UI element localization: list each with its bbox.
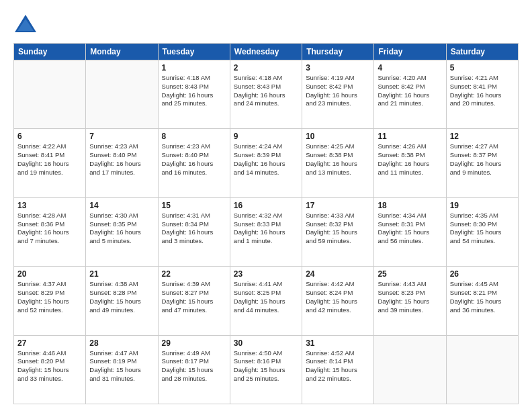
day-number: 5	[450, 63, 515, 73]
calendar-cell: 7Sunrise: 4:23 AM Sunset: 8:40 PM Daylig…	[86, 129, 158, 197]
day-number: 26	[450, 269, 515, 279]
day-number: 14	[89, 201, 154, 210]
calendar-cell: 10Sunrise: 4:25 AM Sunset: 8:38 PM Dayli…	[302, 129, 374, 197]
day-number: 4	[378, 63, 442, 73]
day-info: Sunrise: 4:24 AM Sunset: 8:39 PM Dayligh…	[234, 142, 298, 177]
calendar-cell: 17Sunrise: 4:33 AM Sunset: 8:32 PM Dayli…	[302, 197, 374, 266]
calendar-cell: 14Sunrise: 4:30 AM Sunset: 8:35 PM Dayli…	[86, 197, 158, 266]
calendar-cell: 2Sunrise: 4:18 AM Sunset: 8:43 PM Daylig…	[230, 60, 302, 129]
calendar-header-wednesday: Wednesday	[230, 44, 302, 60]
day-info: Sunrise: 4:38 AM Sunset: 8:28 PM Dayligh…	[89, 280, 154, 314]
day-number: 6	[17, 132, 82, 141]
calendar-cell: 25Sunrise: 4:43 AM Sunset: 8:23 PM Dayli…	[374, 267, 446, 335]
day-info: Sunrise: 4:19 AM Sunset: 8:42 PM Dayligh…	[306, 74, 370, 108]
calendar-cell: 24Sunrise: 4:42 AM Sunset: 8:24 PM Dayli…	[302, 267, 374, 335]
day-info: Sunrise: 4:26 AM Sunset: 8:38 PM Dayligh…	[378, 142, 442, 177]
day-info: Sunrise: 4:18 AM Sunset: 8:43 PM Dayligh…	[162, 74, 226, 108]
calendar-header-saturday: Saturday	[446, 44, 518, 60]
calendar-cell: 3Sunrise: 4:19 AM Sunset: 8:42 PM Daylig…	[302, 60, 374, 129]
day-info: Sunrise: 4:32 AM Sunset: 8:33 PM Dayligh…	[234, 212, 298, 246]
calendar-cell: 5Sunrise: 4:21 AM Sunset: 8:41 PM Daylig…	[446, 60, 518, 129]
day-number: 27	[17, 338, 82, 348]
day-info: Sunrise: 4:49 AM Sunset: 8:17 PM Dayligh…	[162, 349, 226, 383]
calendar-week-4: 27Sunrise: 4:46 AM Sunset: 8:20 PM Dayli…	[14, 335, 519, 404]
calendar-cell: 26Sunrise: 4:45 AM Sunset: 8:21 PM Dayli…	[446, 267, 518, 335]
calendar-cell: 30Sunrise: 4:50 AM Sunset: 8:16 PM Dayli…	[230, 335, 302, 404]
calendar-cell: 21Sunrise: 4:38 AM Sunset: 8:28 PM Dayli…	[86, 267, 158, 335]
day-number: 7	[89, 132, 154, 141]
day-info: Sunrise: 4:47 AM Sunset: 8:19 PM Dayligh…	[89, 349, 154, 383]
day-number: 3	[306, 63, 370, 73]
day-number: 18	[378, 201, 442, 210]
calendar-cell	[86, 60, 158, 129]
logo-icon	[13, 12, 38, 36]
day-number: 8	[162, 132, 226, 141]
calendar-header-monday: Monday	[86, 44, 158, 60]
calendar-header-friday: Friday	[374, 44, 446, 60]
calendar-cell: 20Sunrise: 4:37 AM Sunset: 8:29 PM Dayli…	[14, 267, 86, 335]
header	[13, 12, 519, 36]
calendar-cell: 22Sunrise: 4:39 AM Sunset: 8:27 PM Dayli…	[158, 267, 230, 335]
day-number: 1	[162, 63, 226, 73]
calendar-header-thursday: Thursday	[302, 44, 374, 60]
calendar-cell: 9Sunrise: 4:24 AM Sunset: 8:39 PM Daylig…	[230, 129, 302, 197]
day-number: 30	[234, 338, 298, 348]
day-info: Sunrise: 4:46 AM Sunset: 8:20 PM Dayligh…	[17, 349, 82, 383]
day-number: 25	[378, 269, 442, 279]
calendar-cell: 29Sunrise: 4:49 AM Sunset: 8:17 PM Dayli…	[158, 335, 230, 404]
day-number: 11	[378, 132, 442, 141]
day-info: Sunrise: 4:23 AM Sunset: 8:40 PM Dayligh…	[89, 142, 154, 177]
day-info: Sunrise: 4:25 AM Sunset: 8:38 PM Dayligh…	[306, 142, 370, 177]
calendar-cell: 31Sunrise: 4:52 AM Sunset: 8:14 PM Dayli…	[302, 335, 374, 404]
day-number: 12	[450, 132, 515, 141]
day-info: Sunrise: 4:37 AM Sunset: 8:29 PM Dayligh…	[17, 280, 82, 314]
day-info: Sunrise: 4:30 AM Sunset: 8:35 PM Dayligh…	[89, 212, 154, 246]
calendar-week-3: 20Sunrise: 4:37 AM Sunset: 8:29 PM Dayli…	[14, 267, 519, 335]
calendar-header-tuesday: Tuesday	[158, 44, 230, 60]
day-number: 31	[306, 338, 370, 348]
day-info: Sunrise: 4:31 AM Sunset: 8:34 PM Dayligh…	[162, 212, 226, 246]
day-number: 21	[89, 269, 154, 279]
day-number: 20	[17, 269, 82, 279]
calendar-cell: 23Sunrise: 4:41 AM Sunset: 8:25 PM Dayli…	[230, 267, 302, 335]
day-info: Sunrise: 4:23 AM Sunset: 8:40 PM Dayligh…	[162, 142, 226, 177]
calendar-cell: 16Sunrise: 4:32 AM Sunset: 8:33 PM Dayli…	[230, 197, 302, 266]
day-info: Sunrise: 4:52 AM Sunset: 8:14 PM Dayligh…	[306, 349, 370, 383]
day-info: Sunrise: 4:20 AM Sunset: 8:42 PM Dayligh…	[378, 74, 442, 108]
day-info: Sunrise: 4:34 AM Sunset: 8:31 PM Dayligh…	[378, 212, 442, 246]
calendar-cell: 6Sunrise: 4:22 AM Sunset: 8:41 PM Daylig…	[14, 129, 86, 197]
calendar-week-2: 13Sunrise: 4:28 AM Sunset: 8:36 PM Dayli…	[14, 197, 519, 266]
day-info: Sunrise: 4:43 AM Sunset: 8:23 PM Dayligh…	[378, 280, 442, 314]
calendar-cell: 13Sunrise: 4:28 AM Sunset: 8:36 PM Dayli…	[14, 197, 86, 266]
day-number: 22	[162, 269, 226, 279]
calendar-header-row: SundayMondayTuesdayWednesdayThursdayFrid…	[14, 44, 519, 60]
day-info: Sunrise: 4:41 AM Sunset: 8:25 PM Dayligh…	[234, 280, 298, 314]
day-number: 13	[17, 201, 82, 210]
calendar-cell	[374, 335, 446, 404]
day-number: 9	[234, 132, 298, 141]
day-info: Sunrise: 4:50 AM Sunset: 8:16 PM Dayligh…	[234, 349, 298, 383]
calendar-cell: 28Sunrise: 4:47 AM Sunset: 8:19 PM Dayli…	[86, 335, 158, 404]
day-number: 16	[234, 201, 298, 210]
day-info: Sunrise: 4:42 AM Sunset: 8:24 PM Dayligh…	[306, 280, 370, 314]
calendar-cell: 4Sunrise: 4:20 AM Sunset: 8:42 PM Daylig…	[374, 60, 446, 129]
calendar-cell	[446, 335, 518, 404]
day-number: 19	[450, 201, 515, 210]
day-number: 29	[162, 338, 226, 348]
day-number: 28	[89, 338, 154, 348]
calendar-cell: 19Sunrise: 4:35 AM Sunset: 8:30 PM Dayli…	[446, 197, 518, 266]
calendar-cell: 1Sunrise: 4:18 AM Sunset: 8:43 PM Daylig…	[158, 60, 230, 129]
day-number: 10	[306, 132, 370, 141]
calendar-week-0: 1Sunrise: 4:18 AM Sunset: 8:43 PM Daylig…	[14, 60, 519, 129]
calendar-cell: 18Sunrise: 4:34 AM Sunset: 8:31 PM Dayli…	[374, 197, 446, 266]
day-info: Sunrise: 4:28 AM Sunset: 8:36 PM Dayligh…	[17, 212, 82, 246]
day-number: 23	[234, 269, 298, 279]
day-number: 15	[162, 201, 226, 210]
day-info: Sunrise: 4:33 AM Sunset: 8:32 PM Dayligh…	[306, 212, 370, 246]
day-info: Sunrise: 4:39 AM Sunset: 8:27 PM Dayligh…	[162, 280, 226, 314]
calendar-week-1: 6Sunrise: 4:22 AM Sunset: 8:41 PM Daylig…	[14, 129, 519, 197]
day-info: Sunrise: 4:22 AM Sunset: 8:41 PM Dayligh…	[17, 142, 82, 177]
day-info: Sunrise: 4:27 AM Sunset: 8:37 PM Dayligh…	[450, 142, 515, 177]
calendar-cell: 27Sunrise: 4:46 AM Sunset: 8:20 PM Dayli…	[14, 335, 86, 404]
calendar-cell: 11Sunrise: 4:26 AM Sunset: 8:38 PM Dayli…	[374, 129, 446, 197]
